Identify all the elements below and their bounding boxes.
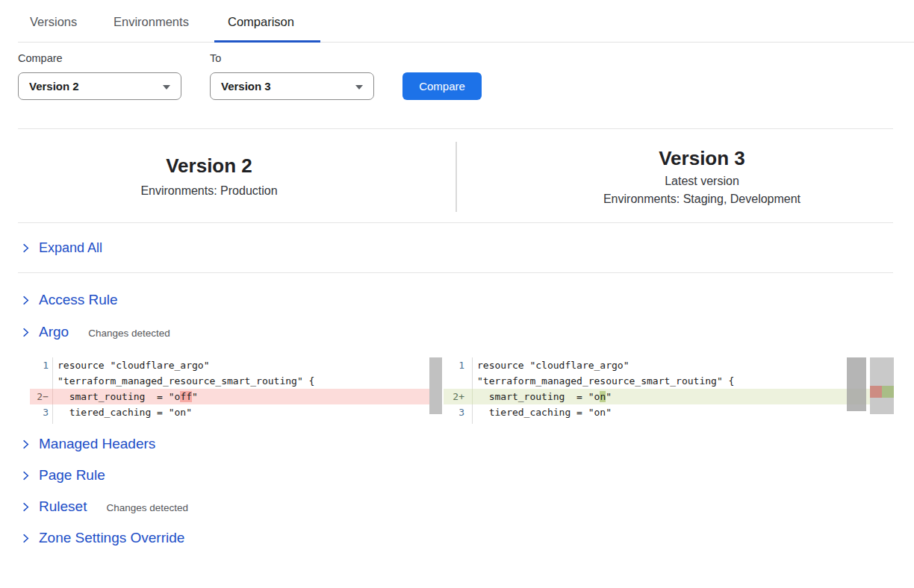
chevron-right-icon — [21, 295, 31, 305]
section-label: Access Rule — [39, 292, 118, 308]
code-line: } — [444, 420, 894, 424]
line-number: 2− — [30, 389, 53, 404]
code-text: } — [53, 420, 63, 424]
active-tab-indicator — [214, 40, 320, 43]
section-managed-headers[interactable]: Managed Headers — [21, 436, 155, 452]
section-zone-settings-override[interactable]: Zone Settings Override — [21, 530, 184, 546]
code-text: resource "cloudflare_argo" — [53, 357, 210, 373]
code-text: tiered_caching = "on" — [473, 404, 612, 420]
tab-bar-divider — [18, 42, 914, 43]
right-version-title: Version 3 — [659, 147, 745, 170]
divider — [18, 128, 893, 129]
section-label: Argo — [39, 324, 69, 340]
scrollbar-thumb[interactable] — [847, 357, 866, 411]
tab-comparison[interactable]: Comparison — [228, 15, 294, 29]
chevron-right-icon — [21, 440, 31, 449]
section-label: Page Rule — [39, 467, 105, 484]
line-number — [444, 420, 473, 424]
minimap-removed-marker — [870, 386, 882, 398]
line-number — [444, 373, 473, 389]
caret-down-icon — [163, 85, 170, 90]
left-version-environments: Environments: Production — [140, 184, 277, 198]
code-segment: smart_routing = "o — [57, 391, 180, 402]
expand-all-button[interactable]: Expand All — [21, 240, 102, 256]
expand-all-label: Expand All — [39, 240, 102, 256]
tab-environments[interactable]: Environments — [114, 15, 189, 29]
code-text: smart_routing = "off" — [53, 389, 198, 404]
compare-version-value: Version 2 — [19, 80, 79, 93]
section-label: Ruleset — [39, 498, 87, 515]
code-line-removed: 2− smart_routing = "off" — [30, 389, 442, 404]
code-text: tiered_caching = "on" — [53, 404, 192, 420]
code-line: } — [30, 420, 442, 424]
section-label: Managed Headers — [39, 436, 155, 452]
code-line: 3 tiered_caching = "on" — [444, 404, 894, 420]
scrollbar-thumb[interactable] — [429, 357, 442, 414]
line-number: 2+ — [444, 389, 473, 404]
comparison-page: Versions Environments Comparison Compare… — [0, 0, 914, 588]
code-text: "terraform_managed_resource_smart_routin… — [473, 373, 734, 389]
version-header-right: Version 3 Latest version Environments: S… — [511, 140, 893, 212]
chevron-right-icon — [21, 471, 31, 481]
diff-panel-new: 1 resource "cloudflare_argo" "terraform_… — [444, 357, 894, 424]
code-text: "terraform_managed_resource_smart_routin… — [53, 373, 314, 389]
chevron-right-icon — [21, 243, 31, 253]
code-line-wrap: "terraform_managed_resource_smart_routin… — [444, 373, 894, 389]
removed-word-highlight: ff — [180, 391, 192, 402]
compare-label: Compare — [18, 52, 63, 64]
column-divider — [456, 142, 457, 212]
right-version-subtitle: Latest version — [665, 175, 739, 188]
tab-versions[interactable]: Versions — [30, 15, 77, 29]
divider — [18, 272, 893, 273]
chevron-right-icon — [21, 328, 31, 337]
section-label: Zone Settings Override — [39, 530, 184, 546]
section-ruleset[interactable]: Ruleset Changes detected — [21, 498, 188, 515]
caret-down-icon — [355, 85, 363, 90]
code-text: resource "cloudflare_argo" — [473, 357, 629, 373]
diff-minimap[interactable] — [870, 357, 894, 414]
section-page-rule[interactable]: Page Rule — [21, 467, 105, 484]
version-header-left: Version 2 Environments: Production — [18, 147, 400, 205]
code-segment: " — [192, 391, 198, 402]
to-label: To — [210, 52, 221, 64]
right-version-environments: Environments: Staging, Development — [603, 193, 800, 206]
argo-diff: 1 resource "cloudflare_argo" "terraform_… — [0, 357, 914, 424]
line-number — [30, 420, 53, 424]
to-version-value: Version 3 — [211, 80, 271, 93]
code-text: } — [473, 420, 483, 424]
tab-bar: Versions Environments Comparison — [0, 0, 914, 43]
code-line-wrap: "terraform_managed_resource_smart_routin… — [30, 373, 442, 389]
code-line-added: 2+ smart_routing = "on" — [444, 389, 894, 404]
code-text: smart_routing = "on" — [473, 389, 612, 404]
code-line: 3 tiered_caching = "on" — [30, 404, 442, 420]
line-number: 1 — [444, 357, 473, 373]
changes-detected-badge: Changes detected — [106, 502, 188, 513]
section-argo[interactable]: Argo Changes detected — [21, 324, 170, 340]
code-line: 1 resource "cloudflare_argo" — [30, 357, 442, 373]
minimap-added-marker — [882, 386, 894, 398]
compare-button[interactable]: Compare — [402, 72, 482, 100]
line-number: 3 — [444, 404, 473, 420]
to-version-select[interactable]: Version 3 — [210, 72, 374, 100]
line-number: 1 — [30, 357, 53, 373]
section-access-rule[interactable]: Access Rule — [21, 292, 118, 308]
line-number — [30, 373, 53, 389]
code-segment: " — [606, 391, 612, 402]
left-version-title: Version 2 — [166, 154, 252, 178]
divider — [18, 222, 893, 223]
code-line: 1 resource "cloudflare_argo" — [444, 357, 894, 373]
line-number: 3 — [30, 404, 53, 420]
code-segment: smart_routing = "o — [477, 391, 600, 402]
diff-panel-old: 1 resource "cloudflare_argo" "terraform_… — [30, 357, 442, 424]
chevron-right-icon — [21, 534, 31, 543]
changes-detected-badge: Changes detected — [88, 328, 170, 339]
compare-version-select[interactable]: Version 2 — [18, 72, 181, 100]
chevron-right-icon — [21, 502, 31, 512]
